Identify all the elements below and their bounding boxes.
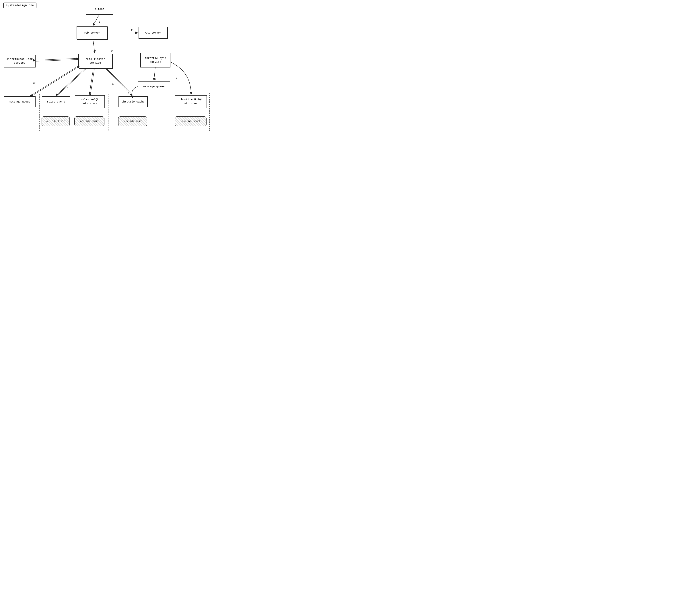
watermark-label: systemdesign.one [3, 3, 37, 8]
api-limit-2-box: API_id: limit [74, 116, 104, 127]
api-limit-1-box: API_id: limit [42, 116, 70, 127]
label-4: 4 [89, 84, 91, 87]
throttle-cache-box: throttle cache [118, 96, 148, 107]
label-10: 10 [33, 81, 36, 84]
arrows-svg [0, 0, 219, 182]
label-1: 1 [99, 20, 100, 23]
label-6: 6 [112, 83, 114, 86]
label-8: 8 [155, 78, 156, 81]
throttle-sync-box: throttle sync service [140, 53, 170, 67]
label-11: 11 [131, 29, 134, 32]
rate-limiter-box: rate limiter service [78, 54, 112, 68]
user-count-1-box: user_id: count [118, 116, 147, 127]
rules-nosql-box: rules NoSQL data store [75, 95, 105, 108]
label-2: 2 [111, 50, 113, 53]
svg-line-11 [91, 68, 95, 95]
svg-line-8 [56, 68, 85, 96]
client-box: client [86, 4, 113, 14]
svg-line-15 [31, 66, 80, 97]
label-3: 3 [67, 85, 68, 88]
label-7: 7 [127, 92, 129, 95]
message-queue-right-box: message queue [138, 81, 170, 92]
throttle-nosql-box: throttle NoSQL data store [175, 95, 207, 108]
label-5: 5 [49, 59, 50, 62]
svg-line-5 [93, 39, 95, 53]
svg-line-10 [89, 68, 93, 95]
api-server-box: API server [139, 27, 168, 39]
message-queue-left-box: message queue [4, 96, 36, 107]
svg-line-14 [30, 66, 79, 96]
diagram: systemdesign.one client web server API s… [0, 0, 219, 182]
label-9: 9 [175, 77, 177, 80]
distributed-lock-box: distributed lock service [4, 55, 36, 67]
web-server-box: web server [76, 27, 108, 39]
svg-line-7 [36, 59, 78, 61]
svg-line-13 [106, 68, 133, 96]
svg-line-3 [93, 14, 99, 26]
svg-line-9 [57, 68, 87, 96]
svg-line-6 [36, 58, 78, 60]
user-count-2-box: user_id: count [175, 116, 207, 127]
rules-cache-box: rules cache [42, 96, 70, 107]
